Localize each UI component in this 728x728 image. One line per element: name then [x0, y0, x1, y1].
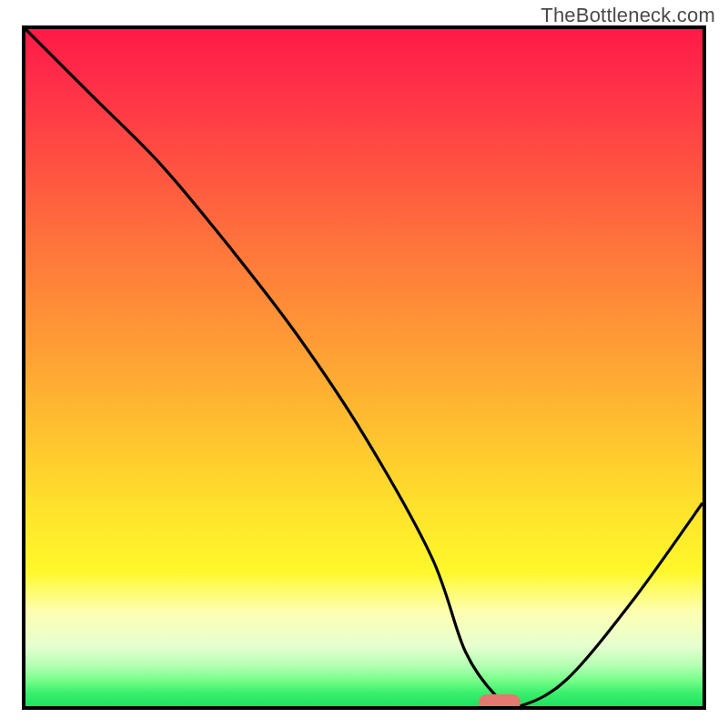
chart-plot-area	[22, 25, 706, 710]
watermark-text: TheBottleneck.com	[541, 4, 715, 27]
bottleneck-curve-path	[25, 29, 703, 706]
chart-line-layer	[25, 29, 703, 706]
stage: TheBottleneck.com	[0, 0, 728, 728]
optimal-marker-pill	[479, 694, 521, 710]
